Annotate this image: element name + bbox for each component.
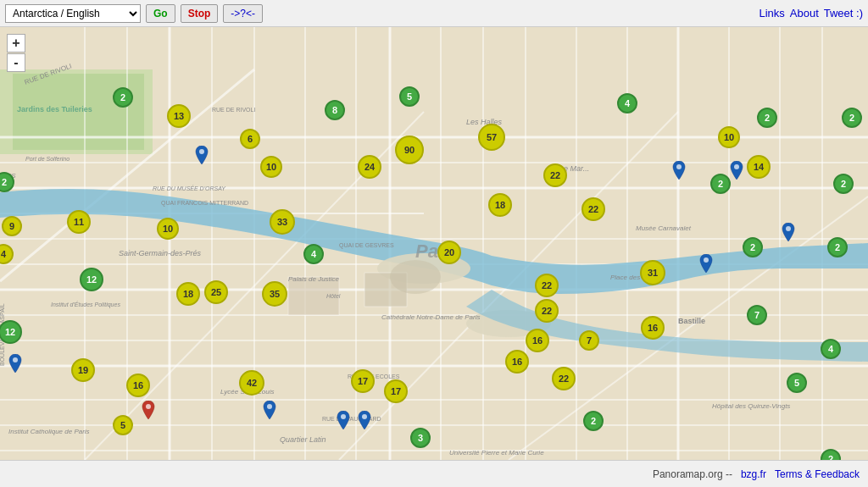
zoom-out-button[interactable]: -	[7, 53, 25, 72]
yellow-cluster-marker[interactable]: 5	[113, 415, 133, 435]
yellow-cluster-marker[interactable]: 13	[167, 104, 191, 128]
svg-text:Port de Solferino: Port de Solferino	[25, 156, 70, 162]
yellow-cluster-marker[interactable]: 42	[239, 370, 264, 396]
location-select[interactable]: Antarctica / English	[5, 4, 141, 23]
svg-text:Institut d'Études Politiques: Institut d'Études Politiques	[51, 301, 120, 308]
svg-point-78	[146, 404, 151, 409]
green-cluster-marker[interactable]: 4	[617, 93, 637, 113]
yellow-cluster-marker[interactable]: 18	[488, 193, 512, 217]
yellow-cluster-marker[interactable]: 10	[718, 126, 740, 148]
svg-text:Quartier Latin: Quartier Latin	[280, 435, 326, 444]
terms-link[interactable]: Terms & Feedback	[775, 468, 860, 480]
svg-text:Université Pierre et Marie Cur: Université Pierre et Marie Curie	[449, 449, 544, 457]
green-cluster-marker[interactable]: 12	[80, 268, 103, 291]
green-cluster-marker[interactable]: 8	[325, 100, 345, 120]
tweet-link[interactable]: Tweet :)	[824, 7, 863, 19]
svg-text:QUAI FRANCOIS MITTERRAND: QUAI FRANCOIS MITTERRAND	[161, 200, 248, 207]
toolbar: Antarctica / English Go Stop ->?<- Links…	[0, 0, 868, 27]
svg-text:RUE DE VAUGIRARD: RUE DE VAUGIRARD	[322, 416, 381, 422]
yellow-cluster-marker[interactable]: 14	[747, 155, 771, 179]
blue-pin-marker[interactable]	[8, 354, 22, 373]
map-container[interactable]: RUE DE RIVOLI QUAI FRANCOIS MITTERRAND Q…	[0, 27, 868, 460]
yellow-cluster-marker[interactable]: 22	[535, 299, 559, 323]
yellow-cluster-marker[interactable]: 24	[358, 155, 381, 179]
yellow-cluster-marker[interactable]: 22	[581, 197, 605, 221]
yellow-cluster-marker[interactable]: 33	[270, 209, 295, 235]
zoom-in-button[interactable]: +	[7, 34, 25, 53]
blue-pin-marker[interactable]	[672, 161, 686, 180]
green-cluster-marker[interactable]: 5	[787, 373, 807, 393]
svg-text:Palais de Justice: Palais de Justice	[288, 275, 340, 283]
svg-point-74	[704, 257, 709, 263]
about-link[interactable]: About	[790, 7, 819, 19]
svg-point-76	[341, 414, 346, 419]
arrow-button[interactable]: ->?<-	[223, 4, 263, 23]
go-button[interactable]: Go	[146, 4, 175, 23]
green-cluster-marker[interactable]: 4	[303, 244, 324, 264]
yellow-cluster-marker[interactable]: 16	[526, 329, 549, 352]
yellow-cluster-marker[interactable]: 19	[71, 358, 95, 382]
yellow-cluster-marker[interactable]: 16	[505, 350, 529, 374]
yellow-cluster-marker[interactable]: 18	[176, 282, 200, 306]
blue-pin-marker[interactable]	[263, 401, 276, 419]
yellow-cluster-marker[interactable]: 90	[395, 136, 424, 164]
yellow-cluster-marker[interactable]: 31	[640, 260, 665, 285]
blue-pin-marker[interactable]	[699, 254, 713, 273]
green-cluster-marker[interactable]: 2	[710, 174, 731, 194]
green-cluster-marker[interactable]: 5	[399, 86, 420, 107]
yellow-cluster-marker[interactable]: 16	[641, 316, 665, 340]
svg-point-72	[734, 164, 739, 169]
green-cluster-marker[interactable]: 2	[827, 237, 848, 257]
stop-button[interactable]: Stop	[181, 4, 219, 23]
svg-text:Hôtel: Hôtel	[326, 293, 341, 299]
svg-text:RUE DE RIVOLI: RUE DE RIVOLI	[212, 107, 255, 113]
green-cluster-marker[interactable]: 2	[757, 108, 777, 128]
green-cluster-marker[interactable]: 2	[743, 237, 763, 257]
footer: Panoramap.org -- bzg.fr Terms & Feedback	[0, 460, 868, 487]
green-cluster-marker[interactable]: 3	[410, 428, 431, 448]
blue-pin-marker[interactable]	[782, 223, 795, 241]
svg-point-75	[267, 404, 272, 409]
blue-pin-marker[interactable]	[730, 161, 743, 180]
svg-text:Jardins des Tuileries: Jardins des Tuileries	[17, 105, 92, 113]
blue-pin-marker[interactable]	[195, 146, 209, 164]
yellow-cluster-marker[interactable]: 7	[579, 330, 599, 351]
yellow-cluster-marker[interactable]: 57	[478, 124, 505, 151]
yellow-cluster-marker[interactable]: 10	[157, 218, 179, 240]
yellow-cluster-marker[interactable]: 11	[67, 210, 91, 234]
yellow-cluster-marker[interactable]: 6	[240, 129, 260, 149]
green-cluster-marker[interactable]: 2	[113, 87, 133, 108]
green-cluster-marker[interactable]: 2	[842, 108, 862, 128]
svg-point-41	[390, 260, 441, 294]
yellow-cluster-marker[interactable]: 22	[552, 367, 576, 390]
yellow-cluster-marker[interactable]: 22	[535, 274, 559, 297]
green-cluster-marker[interactable]: 2	[833, 174, 854, 194]
yellow-cluster-marker[interactable]: 9	[2, 216, 22, 236]
yellow-cluster-marker[interactable]: 10	[260, 156, 282, 178]
blue-pin-marker[interactable]	[337, 411, 350, 429]
svg-point-69	[199, 149, 204, 154]
yellow-cluster-marker[interactable]: 16	[126, 374, 150, 397]
svg-text:Institut Catholique de Paris: Institut Catholique de Paris	[8, 428, 90, 435]
green-cluster-marker[interactable]: 2	[583, 411, 604, 431]
svg-point-71	[676, 164, 682, 169]
yellow-cluster-marker[interactable]: 25	[204, 280, 228, 304]
svg-text:Musée Carnavalet: Musée Carnavalet	[636, 224, 692, 232]
svg-text:RUE DU MUSÉE D'ORSAY: RUE DU MUSÉE D'ORSAY	[153, 185, 226, 191]
blue-pin-marker[interactable]	[358, 411, 371, 429]
links-link[interactable]: Links	[759, 7, 784, 19]
green-cluster-marker[interactable]: 7	[747, 305, 767, 325]
svg-point-70	[13, 357, 18, 362]
yellow-cluster-marker[interactable]: 20	[437, 241, 461, 264]
svg-text:Bastille: Bastille	[678, 317, 705, 325]
yellow-cluster-marker[interactable]: 22	[543, 163, 567, 187]
red-pin-marker[interactable]	[142, 401, 155, 419]
svg-text:Cathédrale Notre-Dame de Paris: Cathédrale Notre-Dame de Paris	[381, 313, 481, 321]
yellow-cluster-marker[interactable]: 17	[384, 379, 408, 403]
yellow-cluster-marker[interactable]: 35	[262, 281, 287, 307]
green-cluster-marker[interactable]: 4	[821, 339, 841, 359]
yellow-cluster-marker[interactable]: 17	[351, 369, 375, 393]
svg-point-77	[362, 414, 367, 419]
svg-text:QUAI DE GESVRES: QUAI DE GESVRES	[339, 242, 394, 249]
bzg-link[interactable]: bzg.fr	[741, 468, 766, 480]
